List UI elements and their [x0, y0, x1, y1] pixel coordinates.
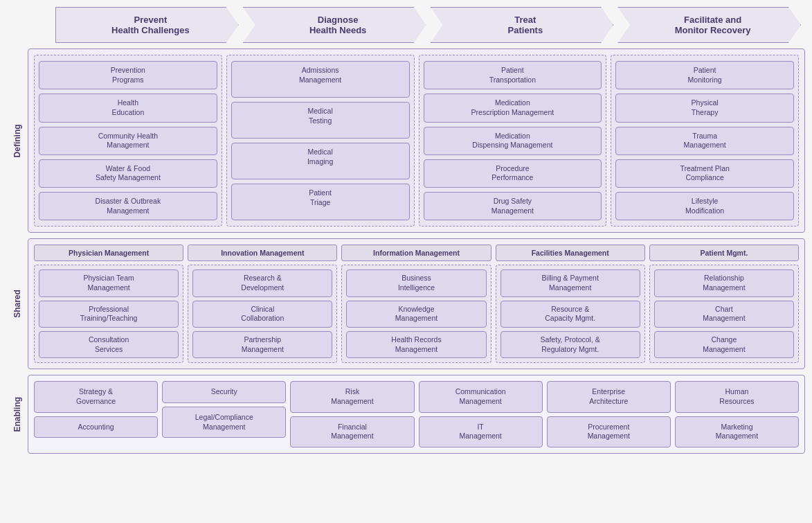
enabling-item: ITManagement: [419, 416, 543, 447]
enabling-outer: Strategy &GovernanceAccountingSecurityLe…: [28, 375, 805, 454]
enabling-column: Strategy &GovernanceAccounting: [34, 381, 158, 447]
enabling-item: HumanResources: [675, 381, 799, 412]
defining-item: Drug SafetyManagement: [424, 192, 602, 220]
shared-row: Shared Physician ManagementPhysician Tea…: [7, 238, 805, 369]
enabling-item: Legal/ComplianceManagement: [162, 407, 286, 438]
shared-item: BusinessIntelligence: [346, 269, 486, 296]
shared-column-header: Facilities Management: [496, 245, 645, 261]
shared-inner: RelationshipManagementChartManagementCha…: [649, 265, 799, 363]
shared-item: ChartManagement: [654, 301, 794, 328]
defining-item: PatientMonitoring: [615, 61, 794, 89]
shared-inner: BusinessIntelligenceKnowledgeManagementH…: [341, 265, 491, 363]
shared-column-header: Patient Mgmt.: [649, 245, 799, 261]
shared-item: Physician TeamManagement: [39, 269, 179, 296]
defining-item: MedicationDispensing Management: [424, 127, 602, 155]
defining-item: MedicationPrescription Management: [424, 94, 602, 122]
shared-item: ChangeManagement: [654, 331, 794, 358]
defining-item: HealthEducation: [39, 94, 217, 122]
defining-row: Defining PreventionProgramsHealthEducati…: [7, 48, 805, 233]
enabling-item: CommunicationManagement: [419, 381, 543, 412]
shared-item: Health RecordsManagement: [346, 331, 486, 358]
enabling-item: RiskManagement: [290, 381, 414, 412]
defining-item: Water & FoodSafety Management: [39, 159, 217, 188]
shared-column-header: Physician Management: [34, 245, 183, 261]
enabling-column: HumanResourcesMarketingManagement: [675, 381, 799, 447]
defining-item: PreventionPrograms: [39, 61, 217, 89]
defining-item: Community HealthManagement: [39, 127, 217, 155]
enabling-label: Enabling: [7, 375, 28, 454]
shared-column: Innovation ManagementResearch &Developme…: [188, 245, 337, 363]
enabling-item: Strategy &Governance: [34, 381, 158, 412]
shared-column: Facilities ManagementBilling & PaymentMa…: [496, 245, 645, 363]
shared-inner: Billing & PaymentManagementResource &Cap…: [496, 265, 645, 363]
shared-item: ConsultationServices: [39, 331, 179, 358]
shared-item: Billing & PaymentManagement: [500, 269, 640, 296]
defining-item: MedicalTesting: [231, 102, 410, 139]
defining-item: PhysicalTherapy: [615, 94, 794, 122]
shared-item: Research &Development: [192, 269, 332, 296]
header-prevent: PreventHealth Challenges: [55, 7, 239, 43]
shared-column-header: Information Management: [341, 245, 491, 261]
enabling-column: RiskManagementFinancialManagement: [290, 381, 414, 447]
defining-column-diagnose-col: AdmissionsManagementMedicalTestingMedica…: [226, 55, 415, 227]
shared-column-header: Innovation Management: [188, 245, 337, 261]
shared-item: Resource &Capacity Mgmt.: [500, 301, 640, 328]
defining-item: Treatment PlanCompliance: [615, 159, 794, 188]
shared-inner: Research &DevelopmentClinicalCollaborati…: [188, 265, 337, 363]
defining-column-prevent-col: PreventionProgramsHealthEducationCommuni…: [34, 55, 222, 227]
shared-item: RelationshipManagement: [654, 269, 794, 296]
shared-item: ProfessionalTraining/Teaching: [39, 301, 179, 328]
enabling-item: Security: [162, 381, 286, 403]
enabling-container: Strategy &GovernanceAccountingSecurityLe…: [34, 381, 799, 447]
defining-column-facilitate-col: PatientMonitoringPhysicalTherapyTraumaMa…: [611, 55, 799, 227]
defining-label: Defining: [7, 48, 28, 233]
shared-item: KnowledgeManagement: [346, 301, 486, 328]
defining-item: LifestyleModification: [615, 192, 794, 220]
shared-item: Safety, Protocol, &Regulatory Mgmt.: [500, 331, 640, 358]
header-treat: TreatPatients: [431, 7, 614, 43]
enabling-column: CommunicationManagementITManagement: [419, 381, 543, 447]
header-row: PreventHealth ChallengesDiagnoseHealth N…: [35, 7, 805, 43]
defining-item: MedicalImaging: [231, 143, 410, 179]
shared-label: Shared: [7, 238, 28, 369]
shared-column: Information ManagementBusinessIntelligen…: [341, 245, 491, 363]
enabling-item: FinancialManagement: [290, 416, 414, 447]
main-container: PreventHealth ChallengesDiagnoseHealth N…: [0, 0, 812, 466]
defining-item: AdmissionsManagement: [231, 61, 410, 98]
enabling-item: ProcurementManagement: [547, 416, 671, 447]
enabling-item: EnterpriseArchitecture: [547, 381, 671, 412]
defining-item: PatientTriage: [231, 184, 410, 220]
shared-column: Patient Mgmt.RelationshipManagementChart…: [649, 245, 799, 363]
defining-item: PatientTransportation: [424, 61, 602, 89]
enabling-item: Accounting: [34, 416, 158, 438]
enabling-column: EnterpriseArchitectureProcurementManagem…: [547, 381, 671, 447]
header-diagnose: DiagnoseHealth Needs: [243, 7, 426, 43]
defining-item: Disaster & OutbreakManagement: [39, 192, 217, 220]
defining-item: TraumaManagement: [615, 127, 794, 155]
shared-item: ClinicalCollaboration: [192, 301, 332, 328]
shared-container: Physician ManagementPhysician TeamManage…: [28, 238, 805, 369]
enabling-column: SecurityLegal/ComplianceManagement: [162, 381, 286, 447]
defining-item: ProcedurePerformance: [424, 159, 602, 188]
header-facilitate: Facilitate andMonitor Recovery: [617, 7, 801, 43]
shared-column: Physician ManagementPhysician TeamManage…: [34, 245, 183, 363]
enabling-item: MarketingManagement: [675, 416, 799, 447]
enabling-row: Enabling Strategy &GovernanceAccountingS…: [7, 375, 805, 454]
shared-inner: Physician TeamManagementProfessionalTrai…: [34, 265, 183, 363]
defining-container: PreventionProgramsHealthEducationCommuni…: [28, 48, 805, 233]
defining-column-treat-col: PatientTransportationMedicationPrescript…: [419, 55, 607, 227]
shared-item: PartnershipManagement: [192, 331, 332, 358]
